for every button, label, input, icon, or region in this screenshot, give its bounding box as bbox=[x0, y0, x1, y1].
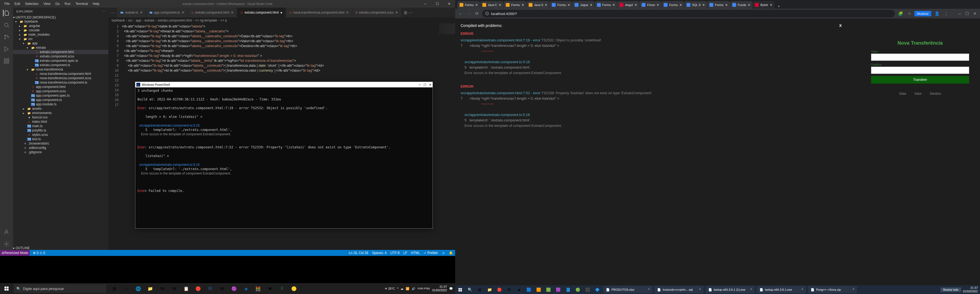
extensions-icon[interactable] bbox=[3, 58, 10, 64]
task-view-icon[interactable]: ⊞ bbox=[108, 283, 120, 294]
tree-item[interactable]: ★favicon.ico bbox=[13, 115, 108, 119]
terminal-window[interactable]: >_ Windows PowerShell ─ ☐ ✕ 3 unchanged … bbox=[135, 82, 433, 229]
source-control-icon[interactable] bbox=[3, 34, 10, 40]
start-button-2[interactable] bbox=[455, 285, 465, 294]
back-button[interactable]: ← bbox=[457, 10, 464, 17]
term-minimize[interactable]: ─ bbox=[419, 83, 421, 87]
settings-icon[interactable]: ⚙ bbox=[216, 283, 228, 294]
close-icon[interactable]: ✕ bbox=[346, 11, 349, 14]
close-button[interactable]: ✕ bbox=[443, 0, 455, 8]
app-icon-b[interactable]: 🟧 bbox=[533, 285, 543, 294]
explorer-icon[interactable]: 📁 bbox=[144, 283, 156, 294]
browser-tab[interactable]: Formu✕ bbox=[662, 1, 684, 9]
close-icon[interactable]: ✕ bbox=[657, 3, 659, 7]
indent[interactable]: Spaces: 4 bbox=[372, 251, 387, 255]
app-icon-h[interactable]: 🔷 bbox=[592, 285, 602, 294]
workspace-section[interactable]: ▾ UNTITLED (WORKSPACE) bbox=[13, 16, 108, 19]
calc-icon[interactable]: 🧮 bbox=[252, 283, 264, 294]
chrome-close[interactable]: ✕ bbox=[972, 10, 978, 17]
download-item[interactable]: 📄Incluindo+o+prim....sql^ bbox=[654, 286, 703, 293]
close-icon[interactable]: ● bbox=[280, 11, 282, 14]
chrome-minimize[interactable]: ─ bbox=[957, 10, 962, 17]
close-icon[interactable]: ✕ bbox=[612, 3, 615, 7]
restricted-mode[interactable]: ⊘ Restricted Mode bbox=[0, 250, 30, 256]
tree-item[interactable]: ◇index.html bbox=[13, 119, 108, 124]
tree-item[interactable]: ▾📂nova-transferencia bbox=[13, 67, 108, 72]
browser-tab[interactable]: Formu✕ bbox=[550, 1, 572, 9]
search-icon[interactable] bbox=[3, 22, 10, 28]
search-icon-2[interactable]: 🔍 bbox=[465, 285, 475, 294]
language-indicator[interactable]: POR PTB2 bbox=[418, 287, 430, 290]
edge-icon[interactable]: 🌐 bbox=[132, 283, 144, 294]
download-item[interactable]: 📄PRODUTOS.xlsx^ bbox=[603, 286, 652, 293]
app-icon-e[interactable]: 📘 bbox=[563, 285, 573, 294]
chevron-up-icon[interactable]: ^ bbox=[397, 287, 398, 290]
tree-item[interactable]: ◇app.component.html bbox=[13, 85, 108, 89]
chrome-maximize[interactable]: ☐ bbox=[964, 10, 970, 17]
star-icon[interactable]: ☆ bbox=[907, 10, 912, 17]
gear-icon[interactable] bbox=[3, 241, 10, 247]
editor-tab[interactable]: TSnodule.ts✕ bbox=[117, 8, 146, 17]
close-icon[interactable]: ✕ bbox=[181, 11, 184, 14]
app-icon-c[interactable]: 🟩 bbox=[543, 285, 553, 294]
tree-item[interactable]: ▸📂.angular bbox=[13, 24, 108, 28]
prettier[interactable]: ✓ Prettier bbox=[424, 251, 438, 255]
close-icon[interactable]: ✕ bbox=[635, 3, 637, 7]
tree-item[interactable]: TSextrato.component.spec.ts bbox=[13, 59, 108, 63]
close-icon[interactable]: ✕ bbox=[475, 3, 478, 7]
tree-item[interactable]: #extrato.component.scss bbox=[13, 54, 108, 59]
app-icon-3[interactable]: ■ bbox=[264, 283, 276, 294]
valor-input[interactable] bbox=[871, 54, 969, 61]
tree-item[interactable]: #nova-transferencia.component.scss bbox=[13, 76, 108, 80]
browser-tab[interactable]: SQL S✕ bbox=[684, 1, 707, 9]
editor-tab[interactable]: TSapp.component.ts✕ bbox=[146, 8, 188, 17]
close-icon[interactable]: ✕ bbox=[770, 3, 772, 7]
update-button[interactable]: Atualizar bbox=[915, 11, 932, 16]
excel-icon[interactable]: X bbox=[276, 283, 288, 294]
tree-item[interactable]: #styles.scss bbox=[13, 133, 108, 137]
breadcrumb-item[interactable]: extrato.component.html bbox=[158, 19, 192, 22]
explorer-icon-2[interactable]: 📁 bbox=[485, 285, 494, 294]
tree-item[interactable]: ◇nova-transferencia.component.html bbox=[13, 72, 108, 76]
app-icon-g[interactable]: ⬛ bbox=[582, 285, 592, 294]
terminal-output[interactable]: 3 unchanged chunks Build at: 2022-04-01T… bbox=[135, 87, 433, 229]
tree-item[interactable]: TSpolyfills.ts bbox=[13, 128, 108, 133]
maximize-button[interactable]: ☐ bbox=[431, 0, 443, 8]
editor-tab[interactable]: ◇extrato.component.html● bbox=[237, 8, 286, 17]
editor-tab[interactable]: ◇extrato.component.html✕ bbox=[188, 8, 237, 17]
clock[interactable]: 21:3731/03/2022 bbox=[432, 285, 447, 292]
tree-item[interactable]: ▸📂assets bbox=[13, 106, 108, 111]
destino-input[interactable] bbox=[871, 67, 969, 74]
show-all-button[interactable]: Mostrar tudo bbox=[940, 288, 961, 292]
app-icon-1[interactable]: 📋 bbox=[180, 283, 192, 294]
tree-item[interactable]: ≡.browserslistrc bbox=[13, 141, 108, 146]
breadcrumb-item[interactable]: bytebank bbox=[111, 19, 125, 22]
minimap[interactable] bbox=[439, 24, 455, 250]
settings-icon-2[interactable]: ⚙ bbox=[504, 285, 514, 294]
wifi-icon[interactable]: 📶 bbox=[406, 287, 409, 291]
new-tab-button[interactable]: + bbox=[775, 4, 783, 9]
editor-tab[interactable]: #extrato.component.scss✕ bbox=[352, 8, 401, 17]
debug-icon[interactable] bbox=[3, 46, 10, 52]
tree-item[interactable]: ▾📂src bbox=[13, 37, 108, 41]
browser-tab[interactable]: Formu✕ bbox=[457, 1, 480, 9]
close-icon[interactable]: ✕ bbox=[568, 3, 570, 7]
breadcrumb-item[interactable]: <> ng-template bbox=[195, 19, 217, 22]
download-item[interactable]: 📄tsetup-x64.3.6.1 (1).exe^ bbox=[706, 286, 755, 293]
term-maximize[interactable]: ☐ bbox=[423, 83, 426, 87]
notifications-icon[interactable]: 💬 bbox=[449, 287, 453, 291]
address-bar[interactable]: ⓘ localhost:4200/? bbox=[482, 10, 895, 17]
close-icon[interactable]: ✕ bbox=[679, 3, 682, 7]
tree-item[interactable]: ▸📂node_modules bbox=[13, 32, 108, 37]
close-overlay-button[interactable]: X bbox=[839, 23, 842, 28]
chrome-icon[interactable]: 🔴 bbox=[192, 283, 204, 294]
app-icon-f[interactable]: 🟢 bbox=[573, 285, 582, 294]
browser-tab[interactable]: Formu✕ bbox=[504, 1, 526, 9]
tree-item[interactable]: ▸📂environments bbox=[13, 111, 108, 115]
tree-item[interactable]: ▾📂app bbox=[13, 41, 108, 46]
tree-item[interactable]: TSnova-transferencia.component.ts bbox=[13, 80, 108, 85]
close-icon[interactable]: ✕ bbox=[522, 3, 524, 7]
language[interactable]: HTML bbox=[411, 251, 420, 255]
search-box[interactable]: 🔍 Digite aqui para pesquisar bbox=[14, 284, 106, 293]
menu-run[interactable]: Run bbox=[62, 2, 73, 6]
